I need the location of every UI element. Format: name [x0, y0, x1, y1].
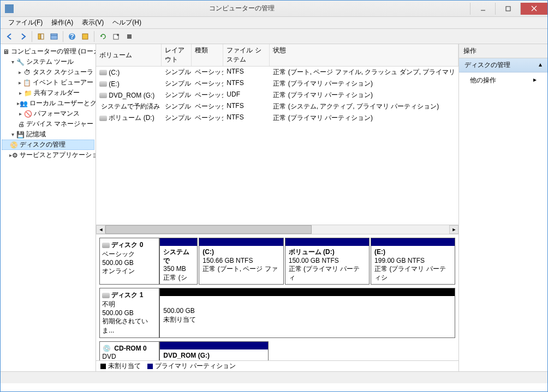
tree-performance[interactable]: ▸🚫パフォーマンス — [2, 108, 94, 119]
menu-action[interactable]: 操作(A) — [47, 17, 78, 28]
legend-swatch-unallocated — [100, 364, 106, 369]
tree-local-users[interactable]: ▸👥ローカル ユーザーとグループ — [2, 98, 94, 108]
navigation-tree[interactable]: 🖥コンピューターの管理 (ローカル) ▾🔧システム ツール ▸⏱タスク スケジュ… — [1, 44, 96, 371]
svg-rect-13 — [127, 34, 132, 39]
col-volume[interactable]: ボリューム — [96, 44, 162, 66]
volume-header[interactable]: ボリューム レイアウト 種類 ファイル システム 状態 — [96, 44, 458, 67]
disk0-part2[interactable]: ボリューム (D:)150.00 GB NTFS正常 (プライマリ パーティ — [285, 238, 370, 285]
svg-rect-4 — [38, 34, 40, 39]
clock-icon: ⏱ — [23, 68, 31, 77]
menubar: ファイル(F) 操作(A) 表示(V) ヘルプ(H) — [1, 17, 547, 29]
partition-bar — [199, 238, 283, 246]
volume-row[interactable]: ボリューム (D:)シンプルベーシックNTFS正常 (プライマリ パーティション… — [96, 112, 458, 124]
actions-section-disk-mgmt[interactable]: ディスクの管理▴ — [459, 58, 547, 73]
tree-task-scheduler[interactable]: ▸⏱タスク スケジューラ — [2, 67, 94, 77]
tool-button[interactable] — [123, 31, 135, 43]
volume-list[interactable]: ボリューム レイアウト 種類 ファイル システム 状態 (C:)シンプルベーシッ… — [96, 44, 458, 225]
services-icon: ⚙ — [12, 151, 18, 160]
volume-row[interactable]: (C:)シンプルベーシックNTFS正常 (ブート, ページ ファイル, クラッシ… — [96, 67, 458, 78]
legend-label: 未割り当て — [108, 361, 141, 371]
col-layout[interactable]: レイアウト — [162, 44, 192, 66]
toolbar: ? — [1, 29, 547, 44]
partition-bar — [371, 238, 455, 246]
tree-storage[interactable]: ▾💾記憶域 — [2, 129, 94, 140]
partition-bar — [285, 238, 369, 246]
svg-rect-6 — [51, 34, 57, 39]
menu-file[interactable]: ファイル(F) — [4, 17, 47, 28]
volume-scrollbar[interactable]: ◄ ► — [96, 225, 458, 234]
volume-row[interactable]: (E:)シンプルベーシックNTFS正常 (プライマリ パーティション) — [96, 78, 458, 89]
show-hide-tree-button[interactable] — [35, 31, 47, 43]
volume-icon — [99, 116, 107, 121]
tree-device-manager[interactable]: 🖨デバイス マネージャー — [2, 119, 94, 129]
tree-services-apps[interactable]: ▸⚙サービスとアプリケーション — [2, 150, 94, 160]
legend-swatch-primary — [147, 364, 153, 369]
properties-button[interactable] — [110, 31, 122, 43]
menu-help[interactable]: ヘルプ(H) — [108, 17, 146, 28]
cdrom0-info[interactable]: 💿CD-ROM 0 DVD 282 MB オンライン — [99, 341, 159, 360]
disk1-part0[interactable]: 500.00 GB未割り当て — [159, 288, 455, 338]
volume-row[interactable]: DVD_ROM (G:)シンプルベーシックUDF正常 (プライマリ パーティショ… — [96, 89, 458, 101]
disk0-part1[interactable]: (C:)150.66 GB NTFS正常 (ブート, ページ ファ — [199, 238, 283, 285]
collapse-icon: ▴ — [539, 61, 542, 70]
col-filesystem[interactable]: ファイル システム — [223, 44, 270, 66]
scroll-right-button[interactable]: ► — [449, 225, 458, 234]
col-state[interactable]: 状態 — [270, 44, 458, 66]
cdrom0-part0[interactable]: DVD_ROM (G:)282 MB UDF正常 (プライマリ パーティション) — [159, 341, 269, 360]
scroll-thumb[interactable] — [105, 225, 312, 234]
disk-graphical-view[interactable]: ディスク 0 ベーシック 500.00 GB オンライン システムで350 MB… — [96, 234, 458, 360]
expand-icon: ▸ — [533, 76, 537, 85]
disk-row-1[interactable]: ディスク 1 不明 500.00 GB 初期化されていま... 500.00 G… — [99, 288, 455, 338]
unallocated-bar — [160, 288, 455, 296]
disk0-info[interactable]: ディスク 0 ベーシック 500.00 GB オンライン — [99, 238, 159, 285]
disk1-info[interactable]: ディスク 1 不明 500.00 GB 初期化されていま... — [99, 288, 159, 338]
view-button[interactable] — [48, 31, 60, 43]
tree-root[interactable]: 🖥コンピューターの管理 (ローカル) — [2, 46, 94, 57]
folder-icon: 📁 — [23, 89, 32, 98]
forward-button[interactable] — [17, 31, 29, 43]
volume-row[interactable]: システムで予約済みシンプルベーシックNTFS正常 (システム, アクティブ, プ… — [96, 101, 458, 112]
cdrom-row-0[interactable]: 💿CD-ROM 0 DVD 282 MB オンライン DVD_ROM (G:)2… — [99, 341, 455, 360]
help-button[interactable]: ? — [66, 31, 78, 43]
close-button[interactable] — [520, 3, 547, 15]
actions-pane: 操作 ディスクの管理▴ 他の操作▸ — [459, 44, 547, 371]
computer-icon: 🖥 — [3, 47, 9, 56]
col-type[interactable]: 種類 — [192, 44, 223, 66]
refresh-button[interactable] — [97, 31, 109, 43]
volume-icon — [99, 81, 107, 87]
disk-icon — [102, 293, 110, 298]
storage-icon: 💾 — [16, 130, 25, 139]
svg-rect-10 — [82, 34, 88, 39]
settings-button[interactable] — [79, 31, 91, 43]
event-icon: 📋 — [23, 79, 31, 87]
statusbar — [1, 371, 547, 383]
device-icon: 🖨 — [18, 120, 25, 129]
svg-text:?: ? — [70, 33, 74, 40]
disk-icon: 📀 — [9, 141, 18, 149]
tools-icon: 🔧 — [16, 58, 25, 67]
tree-shared-folders[interactable]: ▸📁共有フォルダー — [2, 88, 94, 98]
disk0-part3[interactable]: (E:)199.00 GB NTFS正常 (プライマリ パーティシ — [371, 238, 455, 285]
minimize-button[interactable] — [470, 3, 495, 15]
volume-icon — [99, 93, 107, 98]
disk-row-0[interactable]: ディスク 0 ベーシック 500.00 GB オンライン システムで350 MB… — [99, 238, 455, 285]
cd-icon: 💿 — [102, 344, 111, 353]
actions-header: 操作 — [459, 44, 547, 58]
tree-system-tools[interactable]: ▾🔧システム ツール — [2, 57, 94, 67]
svg-rect-5 — [41, 34, 44, 39]
app-icon — [5, 4, 14, 13]
scroll-left-button[interactable]: ◄ — [96, 225, 105, 234]
tree-event-viewer[interactable]: ▸📋イベント ビューアー — [2, 77, 94, 88]
svg-point-12 — [117, 34, 119, 36]
titlebar: コンピューターの管理 — [1, 1, 547, 17]
actions-item-other[interactable]: 他の操作▸ — [459, 73, 547, 88]
users-icon: 👥 — [20, 99, 28, 108]
menu-view[interactable]: 表示(V) — [78, 17, 108, 28]
legend-label: プライマリ パーティション — [155, 361, 235, 371]
back-button[interactable] — [4, 31, 16, 43]
perf-icon: 🚫 — [23, 110, 32, 118]
tree-disk-management[interactable]: 📀ディスクの管理 — [2, 140, 94, 150]
disk0-part0[interactable]: システムで350 MB正常 (シ — [159, 238, 198, 285]
volume-icon — [99, 70, 107, 75]
maximize-button[interactable] — [495, 3, 520, 15]
